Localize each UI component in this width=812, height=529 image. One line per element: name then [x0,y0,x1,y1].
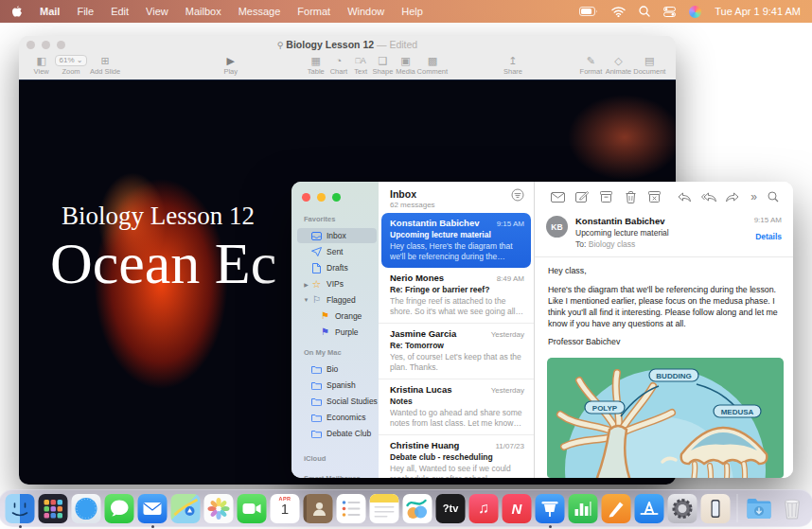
menu-edit[interactable]: Edit [111,6,129,17]
mail-window[interactable]: Favorites Inbox Sent Drafts ▶ [291,182,793,478]
dock-keynote-icon[interactable] [536,494,565,523]
reply-icon[interactable] [672,189,696,204]
sidebar-item-flag-orange[interactable]: ⚑ Orange [302,309,379,324]
sidebar-item-vips[interactable]: ▶ ☆ VIPs [302,276,379,291]
sidebar-item-inbox[interactable]: Inbox [297,228,377,243]
message-row[interactable]: Kristina LucasYesterday Notes Wanted to … [379,379,534,434]
menu-message[interactable]: Message [238,6,281,17]
sidebar-item-flag-purple[interactable]: ⚑ Purple [302,325,379,340]
dock-facetime-icon[interactable] [238,494,267,523]
search-icon[interactable] [763,189,784,204]
dock-trash-icon[interactable] [778,494,807,523]
sidebar-folder-social-studies[interactable]: Social Studies [302,394,379,409]
dock-maps-icon[interactable] [171,494,201,523]
sidebar-item-sent[interactable]: Sent [302,244,379,259]
message-row[interactable]: Christine Huang11/07/23 Debate club - re… [379,434,534,478]
battery-icon[interactable] [579,7,598,16]
apple-menu[interactable] [11,5,23,18]
wifi-icon[interactable] [611,7,626,17]
message-row[interactable]: Jasmine GarciaYesterday Re: Tomorrow Yes… [379,323,534,379]
menu-mail[interactable]: Mail [40,6,60,17]
comment-button[interactable]: ▩ Comment [417,55,449,76]
message-count: 62 messages [390,201,511,209]
filter-icon[interactable] [511,188,524,203]
sidebar-folder-debate-club[interactable]: Debate Club [302,426,379,441]
menu-view[interactable]: View [146,6,168,17]
dock-downloads-icon[interactable] [745,494,774,523]
slide-kicker-text[interactable]: Biology Lesson 12 [62,202,255,231]
dock-safari-icon[interactable] [72,494,101,523]
dock-launchpad-icon[interactable] [39,494,68,523]
keynote-titlebar[interactable]: ⚲ Biology Lesson 12 — Edited [19,36,676,54]
dock-freeform-icon[interactable] [403,494,432,523]
icloud-header[interactable]: iCloud [304,454,379,463]
animate-button[interactable]: ◇ Animate [604,55,633,76]
table-button[interactable]: ▦ Table [305,55,327,76]
more-icon[interactable]: » [745,189,764,204]
close-button[interactable] [302,193,310,202]
dock-calendar-icon[interactable]: APR 1 [271,494,300,523]
minimize-button[interactable] [317,193,326,202]
compose-icon[interactable] [570,189,593,204]
lifecycle-diagram-image[interactable]: POLYP BUDDING MEDUSA [547,358,784,478]
chevron-right-icon[interactable]: ▶ [302,281,310,288]
dock-photos-icon[interactable] [204,494,234,523]
dock-appstore-icon[interactable] [635,494,664,523]
search-icon[interactable] [639,6,650,17]
message-header: KB Konstantin Babichev Upcoming lecture … [535,210,793,257]
dock-pages-icon[interactable] [602,494,631,523]
dock-contacts-icon[interactable] [304,494,333,523]
sidebar-item-drafts[interactable]: Drafts [302,260,379,275]
dock-mail-icon[interactable] [138,494,168,523]
get-mail-icon[interactable] [546,189,570,204]
siri-icon[interactable] [689,6,701,18]
orange-flag-icon: ⚑ [320,311,330,322]
forward-icon[interactable] [720,189,744,204]
dock-iphone-mirroring-icon[interactable] [701,494,731,523]
menu-window[interactable]: Window [347,6,384,17]
share-button[interactable]: ↥ Share [501,55,525,76]
details-link[interactable]: Details [754,232,782,241]
menu-file[interactable]: File [77,6,94,17]
smart-mailboxes-header[interactable]: Smart Mailboxes [304,474,379,478]
mail-sidebar: Favorites Inbox Sent Drafts ▶ [291,182,379,478]
trash-icon[interactable] [618,189,642,204]
dock-finder-icon[interactable] [6,494,35,523]
message-row[interactable]: Konstantin Babichev9:15 AM Upcoming lect… [381,213,531,268]
menu-help[interactable]: Help [401,6,423,17]
control-center-icon[interactable] [663,7,676,17]
dock-messages-icon[interactable] [105,494,134,523]
text-button[interactable]: □A Text [350,55,371,76]
document-button[interactable]: ▤ Document [633,55,666,76]
sidebar-item-flagged[interactable]: ▼ ⚐ Flagged [302,292,379,308]
dock-news-icon[interactable]: N [503,494,532,523]
dock-music-icon[interactable]: ♫ [469,494,499,523]
chevron-down-icon[interactable]: ▼ [302,297,310,303]
add-slide-button[interactable]: ⊞ Add Slide [88,55,123,76]
slide-title-text[interactable]: Ocean Ec [50,230,276,297]
reply-all-icon[interactable] [697,189,720,204]
junk-icon[interactable] [643,189,666,204]
media-button[interactable]: ▣ Media [395,55,417,76]
sidebar-folder-economics[interactable]: Economics [302,410,379,425]
dock-numbers-icon[interactable] [569,494,598,523]
message-row[interactable]: Nerio Mones8:49 AM Re: Fringe or barrier… [379,268,534,323]
document-icon: ▤ [644,55,654,66]
menu-mailbox[interactable]: Mailbox [185,6,221,17]
menu-format[interactable]: Format [297,6,330,17]
menu-bar-clock[interactable]: Tue Apr 1 9:41 AM [715,6,801,17]
chart-button[interactable]: ◔ Chart [327,55,350,76]
sidebar-folder-bio[interactable]: Bio [302,361,379,377]
dock-reminders-icon[interactable] [337,494,366,523]
zoom-dropdown[interactable]: 61% ⌄ Zoom [54,55,87,76]
dock-notes-icon[interactable] [370,494,399,523]
sidebar-folder-spanish[interactable]: Spanish [302,378,379,393]
format-button[interactable]: ✎ Format [578,55,604,76]
archive-icon[interactable] [594,189,618,204]
shape-button[interactable]: ❑ Shape [371,55,394,76]
zoom-button[interactable] [332,193,341,202]
dock-tv-icon[interactable]: ?tv [436,494,466,523]
dock-settings-icon[interactable] [668,494,697,523]
view-button[interactable]: ◧ View [28,55,54,76]
play-button[interactable]: ▶ Play [216,55,246,76]
